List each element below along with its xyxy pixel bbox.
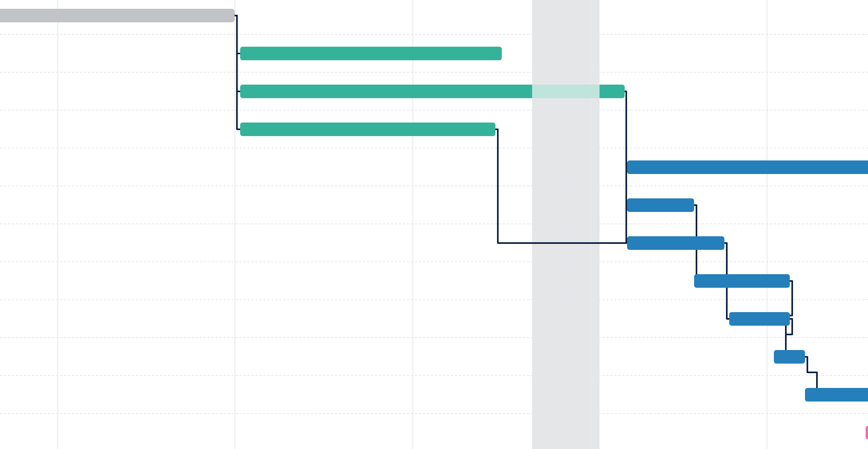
- gantt-bar[interactable]: [805, 388, 868, 402]
- column-gridline: [57, 0, 58, 449]
- row-gridline: [0, 34, 868, 35]
- gantt-bar[interactable]: [627, 198, 694, 212]
- dependency-line: [625, 91, 627, 167]
- column-gridline: [412, 0, 413, 449]
- gantt-bar-segment[interactable]: [600, 85, 625, 98]
- gantt-bar[interactable]: [729, 312, 790, 326]
- row-gridline: [0, 186, 868, 186]
- row-gridline: [0, 261, 868, 262]
- row-gridline: [0, 224, 868, 224]
- gantt-bar[interactable]: [627, 236, 724, 250]
- column-gridline: [767, 0, 767, 449]
- column-gridline: [235, 0, 235, 449]
- gantt-chart[interactable]: [0, 0, 868, 449]
- row-gridline: [0, 148, 868, 148]
- dependency-connectors: [0, 0, 868, 449]
- gantt-bar-segment[interactable]: [240, 85, 532, 98]
- row-gridline: [0, 337, 868, 338]
- gantt-bar[interactable]: [240, 123, 495, 136]
- highlight-band: [532, 0, 600, 449]
- row-gridline: [0, 72, 868, 73]
- gantt-bar[interactable]: [240, 47, 502, 60]
- gantt-bar[interactable]: [694, 274, 790, 288]
- column-gridline: [590, 0, 591, 449]
- dependency-line: [235, 16, 240, 91]
- gantt-bar[interactable]: [627, 160, 868, 174]
- row-gridline: [0, 110, 868, 111]
- dependency-line: [805, 357, 817, 388]
- gantt-bar-segment[interactable]: [532, 85, 600, 98]
- milestone-marker[interactable]: [866, 426, 868, 439]
- row-gridline: [0, 413, 868, 414]
- gantt-bar[interactable]: [0, 9, 235, 22]
- row-gridline: [0, 299, 868, 300]
- row-gridline: [0, 375, 868, 376]
- gantt-bar[interactable]: [774, 350, 805, 364]
